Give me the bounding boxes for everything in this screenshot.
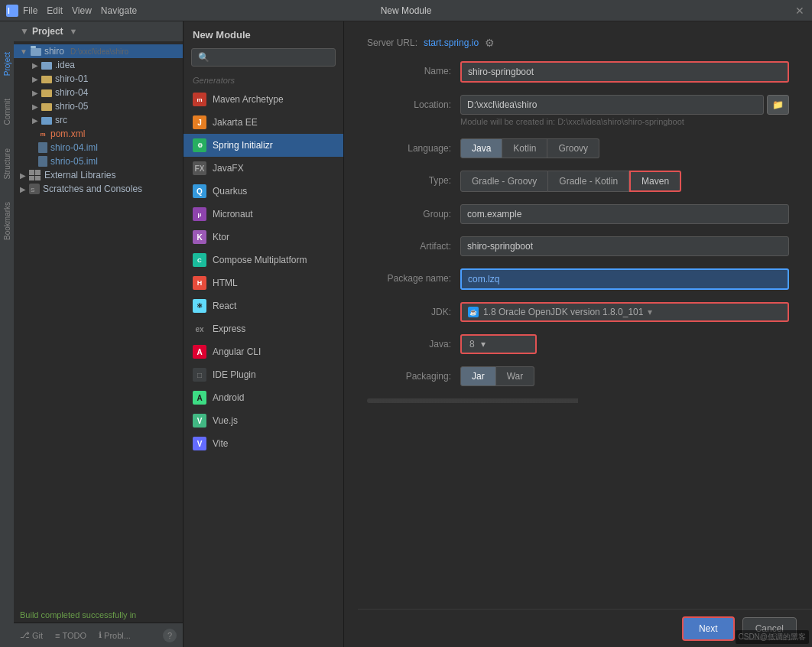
packaging-jar-btn[interactable]: Jar [460,366,496,386]
search-box[interactable]: 🔍 [191,48,336,67]
tree-item-root[interactable]: ▼ shiro D:\xxcl\idea\shiro [14,44,183,58]
todo-label: TODO [62,631,86,640]
generator-item-html[interactable]: HHTML [184,271,343,294]
menu-bar[interactable]: File Edit View Navigate [23,5,137,16]
generator-item-javafx[interactable]: FXJavaFX [184,157,343,180]
tree-item-pomxml[interactable]: m pom.xml [14,127,183,141]
svg-rect-8 [41,117,52,125]
group-row: Group: [367,204,789,224]
menu-navigate[interactable]: Navigate [101,5,137,16]
vuejs-icon: V [193,414,206,428]
tree-item-src[interactable]: ▶ src [14,113,183,127]
ide-icon: □ [193,368,206,382]
language-groovy-btn[interactable]: Groovy [547,138,599,158]
server-url-link[interactable]: start.spring.io [424,37,479,48]
react-icon: ⚛ [193,299,206,313]
java-select[interactable]: 8 ▾ [460,334,537,354]
svg-rect-13 [29,176,34,180]
generator-item-android[interactable]: AAndroid [184,386,343,409]
status-git[interactable]: ⎇ Git [20,630,43,640]
tree-arrow-icon: ▶ [20,185,26,193]
generator-item-ide[interactable]: □IDE Plugin [184,363,343,386]
group-input[interactable] [460,204,789,224]
generator-item-angular[interactable]: AAngular CLI [184,340,343,363]
generator-item-vite[interactable]: VVite [184,432,343,455]
close-button[interactable]: ✕ [795,5,804,17]
help-button[interactable]: ? [163,629,177,642]
menu-view[interactable]: View [72,5,92,16]
folder-icon [31,46,41,57]
artifact-input[interactable] [460,236,789,256]
type-maven-btn[interactable]: Maven [629,171,681,192]
scroll-indicator [367,398,789,403]
tree-item-shrio05[interactable]: ▶ shrio-05 [14,99,183,113]
status-todo[interactable]: ≡ TODO [55,631,86,640]
java-label: Java: [367,334,451,350]
sidebar-tab-commit[interactable]: Commit [3,99,11,125]
tree-item-shiro01[interactable]: ▶ shiro-01 [14,72,183,86]
sidebar-status-bar: ⎇ Git ≡ TODO ℹ Probl... ? [14,623,183,647]
packaging-label: Packaging: [367,366,451,382]
package-name-input[interactable] [460,268,789,290]
generator-item-jakarta[interactable]: JJakarta EE [184,111,343,134]
java-control: 8 ▾ [460,334,789,354]
location-input[interactable] [460,95,764,115]
generator-item-compose[interactable]: CCompose Multiplatform [184,249,343,271]
generator-item-maven[interactable]: mMaven Archetype [184,88,343,111]
generator-item-express[interactable]: exExpress [184,317,343,340]
svg-rect-11 [29,170,34,175]
react-label: React [213,301,236,311]
jdk-value: 1.8 Oracle OpenJDK version 1.8.0_101 [483,307,643,317]
packaging-btn-group: Jar War [460,366,789,386]
project-arrow-icon: ▼ [20,26,29,37]
menu-edit[interactable]: Edit [47,5,63,16]
generators-panel: New Module 🔍 Generators mMaven Archetype… [184,21,344,647]
packaging-war-btn[interactable]: War [496,366,535,386]
generator-item-react[interactable]: ⚛React [184,294,343,317]
sidebar-tab-structure[interactable]: Structure [3,148,11,180]
tree-item-shiro04iml[interactable]: shiro-04.iml [14,141,183,154]
generator-item-quarkus[interactable]: QQuarkus [184,180,343,203]
language-label: Language: [367,138,451,154]
micronaut-label: Micronaut [213,209,253,219]
jakarta-icon: J [193,115,206,129]
tree-arrow-icon: ▶ [32,75,38,83]
name-input[interactable] [460,61,789,83]
generator-item-ktor[interactable]: KKtor [184,226,343,249]
server-url-row: Server URL: start.spring.io ⚙ [367,37,789,49]
browse-button[interactable]: 📁 [767,95,789,115]
build-status: Build completed successfully in [14,607,183,623]
sidebar-tab-project[interactable]: Project [3,52,11,76]
language-kotlin-btn[interactable]: Kotlin [502,138,547,158]
generators-list: mMaven ArchetypeJJakarta EE⚙Spring Initi… [184,88,343,455]
generator-item-spring[interactable]: ⚙Spring Initializr [184,134,343,157]
artifact-control [460,236,789,256]
jdk-select[interactable]: ☕ 1.8 Oracle OpenJDK version 1.8.0_101 ▾ [460,302,789,322]
type-control: Gradle - Groovy Gradle - Kotlin Maven [460,171,789,192]
sidebar-tab-bookmarks[interactable]: Bookmarks [3,202,11,240]
type-gradle-groovy-btn[interactable]: Gradle - Groovy [460,171,548,192]
tree-item-shiro04[interactable]: ▶ shiro-04 [14,86,183,99]
tree-item-ext-libs[interactable]: ▶ External Libraries [14,168,183,182]
tree-item-idea[interactable]: ▶ .idea [14,58,183,72]
tree-item-shrio05iml[interactable]: shrio-05.iml [14,154,183,168]
generator-item-vuejs[interactable]: VVue.js [184,409,343,432]
menu-file[interactable]: File [23,5,37,16]
tree-arrow-icon: ▼ [20,47,28,56]
language-java-btn[interactable]: Java [460,138,502,158]
gear-icon[interactable]: ⚙ [485,37,495,49]
spring-icon: ⚙ [193,138,206,152]
next-button[interactable]: Next [682,616,735,641]
type-gradle-kotlin-btn[interactable]: Gradle - Kotlin [548,171,629,192]
group-label: Group: [367,204,451,219]
status-probl[interactable]: ℹ Probl... [99,630,131,640]
svg-rect-6 [41,89,52,97]
generator-item-micronaut[interactable]: μMicronaut [184,203,343,226]
name-row: Name: [367,61,789,83]
jdk-label: JDK: [367,302,451,317]
svg-rect-10 [38,156,47,167]
project-header[interactable]: ▼ Project ▼ [14,21,183,41]
tree-item-scratches[interactable]: ▶ S Scratches and Consoles [14,182,183,196]
vite-label: Vite [213,438,228,449]
iml-file-icon [38,156,47,167]
